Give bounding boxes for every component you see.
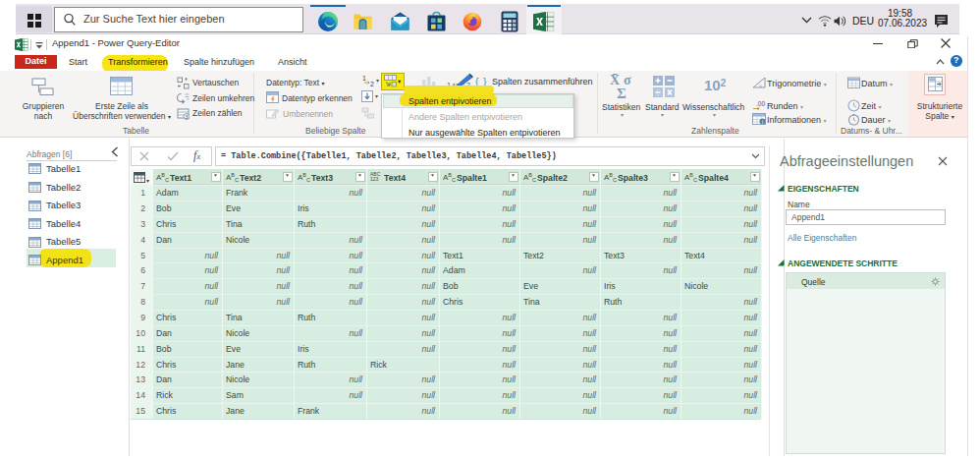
svg-text:3: 3 <box>185 114 188 120</box>
svg-text:2: 2 <box>370 81 374 87</box>
svg-text:1: 1 <box>362 75 366 82</box>
svg-text:.00: .00 <box>756 99 765 106</box>
svg-text:Σ: Σ <box>617 86 626 99</box>
